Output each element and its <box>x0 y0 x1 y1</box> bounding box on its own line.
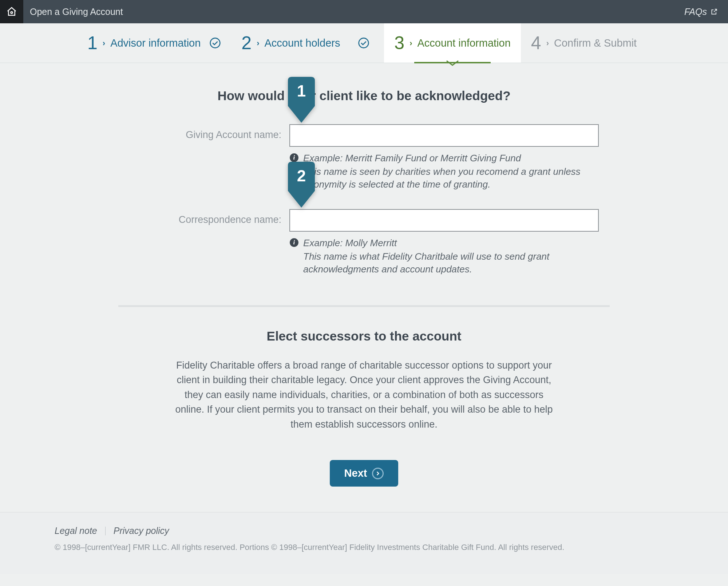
giving-account-hint: Example: Merritt Family Fund or Merritt … <box>303 152 599 191</box>
step-account-holders[interactable]: 2 › Account holders <box>231 23 384 63</box>
step-confirm-submit[interactable]: 4 › Confirm & Submit <box>521 23 647 63</box>
successors-heading: Elect successors to the account <box>118 329 610 343</box>
correspondence-label: Correspondence name: <box>118 209 289 225</box>
legal-note-link[interactable]: Legal note <box>55 526 97 536</box>
footer-separator <box>105 527 106 535</box>
svg-point-0 <box>11 12 13 13</box>
giving-account-label: Giving Account name: <box>118 124 289 141</box>
section-divider <box>118 305 610 307</box>
footer-copyright: © 1998–[currentYear] FMR LLC. All rights… <box>55 543 673 552</box>
callout-number: 1 <box>288 82 315 100</box>
faqs-label: FAQs <box>684 7 707 17</box>
step-number: 2 <box>241 34 252 52</box>
step-number: 4 <box>531 34 541 52</box>
privacy-policy-link[interactable]: Privacy policy <box>114 526 169 536</box>
successors-body: Fidelity Charitable offers a broad range… <box>171 358 557 432</box>
next-button-label: Next <box>344 467 367 479</box>
callout-number: 2 <box>288 167 315 185</box>
callout-marker-1: 1 <box>288 77 315 124</box>
step-label: Confirm & Submit <box>554 37 637 49</box>
next-button[interactable]: Next <box>330 460 399 487</box>
step-number: 1 <box>87 34 98 52</box>
check-circle-icon <box>209 37 221 49</box>
step-label: Advisor information <box>110 37 201 49</box>
home-button[interactable] <box>0 0 23 23</box>
faqs-link[interactable]: FAQs <box>684 0 728 23</box>
callout-marker-2: 2 <box>288 162 315 209</box>
chevron-right-icon: › <box>546 39 549 48</box>
svg-text:i: i <box>293 239 295 246</box>
external-link-icon <box>711 8 718 15</box>
chevron-right-circle-icon <box>372 468 384 479</box>
step-label: Account holders <box>265 37 340 49</box>
active-step-caret-icon <box>446 57 459 69</box>
step-account-information[interactable]: 3 › Account information <box>384 23 521 63</box>
home-icon <box>6 6 17 17</box>
page-title: Open a Giving Account <box>23 0 684 23</box>
check-circle-icon <box>358 37 369 49</box>
svg-point-1 <box>210 38 220 48</box>
chevron-right-icon: › <box>103 39 105 48</box>
step-advisor-information[interactable]: 1 › Advisor information <box>77 23 231 63</box>
correspondence-row: Correspondence name: 2 i Example: Molly … <box>118 209 610 276</box>
svg-point-2 <box>359 38 369 48</box>
giving-account-row: Giving Account name: 1 i Example: Merrit… <box>118 124 610 191</box>
topbar: Open a Giving Account FAQs <box>0 0 728 23</box>
chevron-right-icon: › <box>257 39 259 48</box>
footer: Legal note Privacy policy © 1998–[curren… <box>0 512 728 574</box>
info-icon[interactable]: i <box>289 238 299 250</box>
step-number: 3 <box>394 34 404 52</box>
step-label: Account information <box>418 37 511 49</box>
stepper: 1 › Advisor information 2 › Account hold… <box>0 23 728 63</box>
correspondence-hint: Example: Molly Merritt This name is what… <box>303 237 599 276</box>
main-content: How would your client like to be acknowl… <box>96 63 632 512</box>
svg-text:i: i <box>293 154 295 161</box>
chevron-right-icon: › <box>410 39 412 48</box>
correspondence-input[interactable] <box>289 209 599 232</box>
giving-account-input[interactable] <box>289 124 599 147</box>
acknowledgment-heading: How would your client like to be acknowl… <box>118 89 610 103</box>
